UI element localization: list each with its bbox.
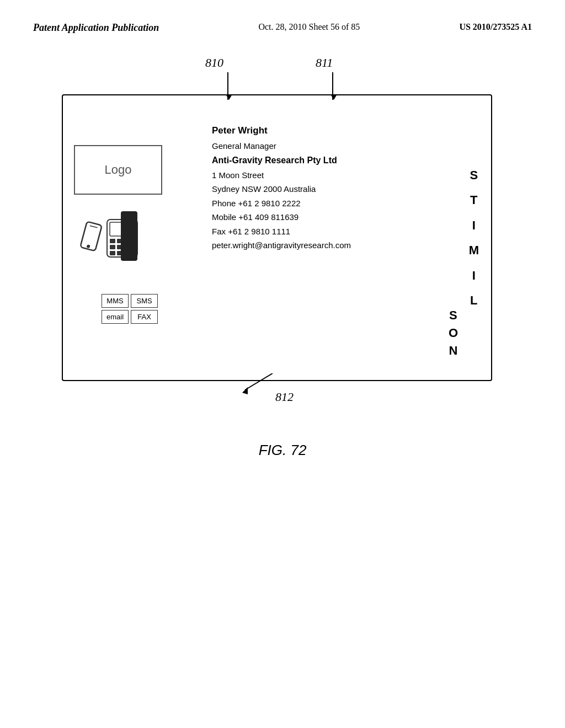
phone-body-icon bbox=[121, 211, 137, 261]
contact-company: Anti-Gravity Research Pty Ltd bbox=[212, 153, 480, 168]
date-sheet-info: Oct. 28, 2010 Sheet 56 of 85 bbox=[258, 22, 360, 32]
card-box: Logo bbox=[62, 94, 492, 381]
contact-address2: Sydney NSW 2000 Australia bbox=[212, 182, 480, 196]
contact-mobile: Mobile +61 409 811639 bbox=[212, 210, 480, 224]
action-buttons-grid: MMS SMS email FAX bbox=[102, 294, 158, 324]
mobile-phone-icon bbox=[75, 220, 109, 261]
non-o: O bbox=[449, 326, 458, 340]
mms-button[interactable]: MMS bbox=[102, 294, 129, 308]
logo-box: Logo bbox=[74, 145, 162, 195]
contact-phone: Phone +61 2 9810 2222 bbox=[212, 196, 480, 211]
fax-button[interactable]: FAX bbox=[131, 310, 158, 324]
svg-line-14 bbox=[245, 373, 273, 390]
limits-m: M bbox=[469, 240, 480, 260]
non-n: N bbox=[449, 344, 457, 358]
svg-line-2 bbox=[90, 226, 98, 228]
contact-name: Peter Wright bbox=[212, 123, 480, 139]
main-content: 810 811 Logo bbox=[0, 45, 565, 398]
device-icons-area bbox=[74, 206, 162, 277]
svg-point-1 bbox=[86, 244, 90, 248]
svg-rect-11 bbox=[110, 251, 115, 255]
limits-l: L bbox=[470, 290, 478, 311]
contact-address1: 1 Moon Street bbox=[212, 168, 480, 183]
page-header: Patent Application Publication Oct. 28, … bbox=[0, 0, 565, 45]
label-811: 811 bbox=[316, 56, 333, 70]
limits-i: I bbox=[472, 215, 477, 235]
svg-rect-8 bbox=[110, 245, 115, 249]
limits-s: S bbox=[470, 165, 479, 185]
non-s: S bbox=[449, 308, 457, 323]
contact-email: peter.wright@antigravityresearch.com bbox=[212, 238, 480, 253]
limits-t: T bbox=[470, 190, 478, 210]
svg-rect-5 bbox=[110, 239, 115, 243]
figure-caption: FIG. 72 bbox=[0, 442, 565, 459]
svg-marker-15 bbox=[242, 387, 248, 394]
patent-number: US 2010/273525 A1 bbox=[459, 22, 532, 32]
card-right-column: Peter Wright General Manager Anti-Gravit… bbox=[195, 112, 480, 363]
limits-i2: I bbox=[472, 265, 477, 285]
diagram-wrapper: 810 811 Logo bbox=[45, 61, 520, 381]
limits-vertical-text: S T I M I L bbox=[469, 165, 480, 311]
contact-title: General Manager bbox=[212, 139, 480, 153]
label-812: 812 bbox=[275, 390, 294, 404]
contact-fax: Fax +61 2 9810 1111 bbox=[212, 224, 480, 239]
logo-text: Logo bbox=[105, 163, 132, 177]
card-left-column: Logo bbox=[74, 112, 195, 363]
non-vertical-text: S O N bbox=[449, 308, 458, 358]
label-810: 810 bbox=[205, 56, 223, 70]
label-812-container: 812 bbox=[239, 373, 306, 403]
email-button[interactable]: email bbox=[102, 310, 129, 324]
publication-label: Patent Application Publication bbox=[33, 22, 159, 34]
sms-button[interactable]: SMS bbox=[131, 294, 158, 308]
